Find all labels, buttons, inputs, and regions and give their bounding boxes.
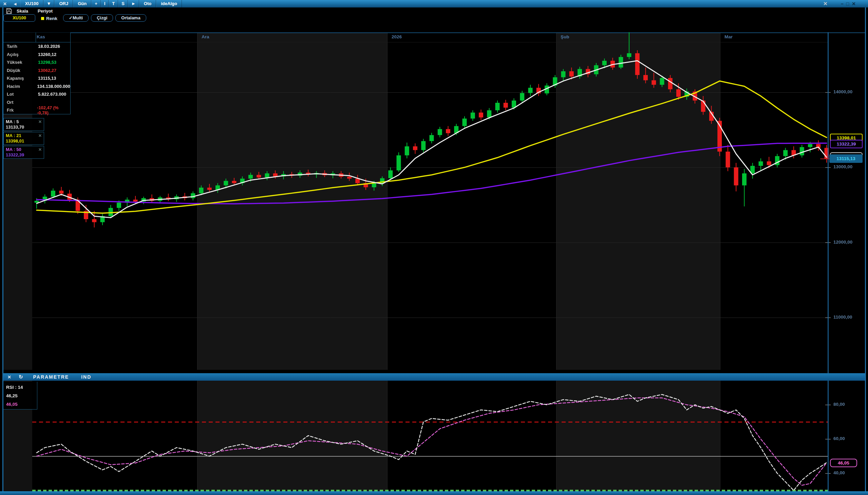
oto-button[interactable]: Oto [139,0,156,7]
forward-arrow-button[interactable]: ► [128,0,139,7]
trading-app-window: ✕ ◄ XU100 ▼ ORJ Gün + I T S ► Oto ideAlg… [0,0,868,495]
info-row: Lot5.822.673.000 [3,90,70,98]
tab-ortalama[interactable]: Ortalama [115,14,146,22]
ma-remove-icon[interactable]: ✕ [38,133,42,138]
secondary-close-icon[interactable]: ✕ [823,0,828,7]
symbol-title[interactable]: XU100 [20,0,44,7]
rsi-axis-label: 40,00 [833,470,845,475]
rsi-value-white: 46,25 [6,392,37,400]
save-icon[interactable] [6,8,12,14]
ma-legend-box: MA : 21✕13398,01 [3,132,44,145]
ma-remove-icon[interactable]: ✕ [38,119,42,124]
bottom-status-bar [0,491,868,495]
chart-canvas[interactable] [0,0,868,495]
title-bar: ✕ ◄ XU100 ▼ ORJ Gün + I T S ► Oto ideAlg… [0,0,868,7]
maximize-button[interactable]: □ [846,0,849,7]
window-controls: – □ ✕ [841,0,856,7]
month-label: Ara [202,34,209,39]
info-row: Frk-102,47 (% -0,78) [3,106,70,114]
price-axis-label: 13000,00 [833,164,852,169]
menu-periyot[interactable]: Periyot [33,8,57,14]
idealgo-button[interactable]: ideAlgo [156,0,182,7]
rsi-refresh-icon[interactable]: ↻ [15,374,27,380]
info-row: Düşük13062,27 [3,67,70,75]
quote-info-panel: Tarih18.03.2026Açılış13260,12Yüksek13298… [3,33,71,114]
info-row: Hacim134.138.000.000 [3,83,70,90]
month-label: Mar [725,34,733,39]
price-axis-label: 11000,00 [833,314,852,320]
rsi-value-pink: 46,05 [6,400,37,409]
minimize-button[interactable]: – [841,0,844,7]
ma-legend-box: MA : 50✕13322,39 [3,146,44,159]
info-row: Yüksek13298,53 [3,58,70,67]
tab-multi[interactable]: ✓Multi [63,14,88,22]
rsi-legend-title: RSI : 14 [6,383,37,392]
rsi-panel-header: ✕ ↻ PARAMETRE IND [3,373,866,381]
renk-control[interactable]: Renk [38,15,61,22]
period-gun-button[interactable]: Gün [73,0,91,7]
tab-symbol-xu100[interactable]: XU100 [3,14,35,22]
left-frame-border [2,7,3,491]
right-frame-border [865,7,866,491]
tab-bar: XU100 Renk ✓Multi Çizgi Ortalama [3,14,865,22]
tab-cizgi[interactable]: Çizgi [91,14,113,22]
rsi-value-tag: 46,05 [830,459,857,467]
rsi-axis-label: 80,00 [833,402,845,407]
month-label: 2026 [392,34,402,39]
close-window-button[interactable]: ✕ [852,0,856,7]
ma-remove-icon[interactable]: ✕ [38,147,42,152]
rsi-legend-box: RSI : 14 46,25 46,05 [3,382,37,410]
ma-legend-box: MA : 5✕13133,70 [3,118,44,131]
menu-bar: Skala Periyot [3,7,865,14]
info-row: Kapanış13115,13 [3,74,70,83]
menu-skala[interactable]: Skala [12,8,33,14]
back-arrow-icon[interactable]: ◄ [10,1,20,6]
rsi-close-icon[interactable]: ✕ [3,375,15,380]
close-chart-icon[interactable]: ✕ [0,1,10,6]
price-axis-label: 12000,00 [833,240,852,245]
color-swatch-icon [41,17,44,20]
ma50-price-tag: 13322,39 [830,140,863,148]
rsi-axis-label: 60,00 [833,436,845,441]
info-row: Tarih18.03.2026 [3,42,70,51]
orj-button[interactable]: ORJ [54,0,73,7]
zoom-in-button[interactable]: + [91,0,101,7]
last-price-tag: 13115,13 [829,154,863,163]
symbol-dropdown-icon[interactable]: ▼ [44,0,55,7]
month-label: Şub [561,34,569,39]
month-label: Kas [37,34,45,39]
i-button[interactable]: I [101,0,109,7]
rsi-ind-button[interactable]: IND [75,374,97,380]
info-row: Açılış13260,12 [3,51,70,59]
rsi-parametre-button[interactable]: PARAMETRE [27,374,75,380]
price-axis-label: 14000,00 [833,89,852,94]
renk-label: Renk [46,16,57,21]
t-button[interactable]: T [108,0,118,7]
s-button[interactable]: S [118,0,128,7]
